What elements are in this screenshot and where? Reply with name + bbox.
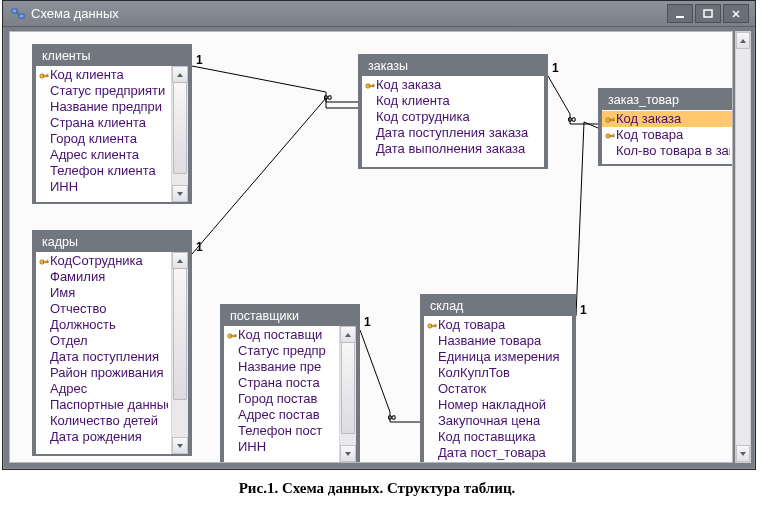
table-кадры[interactable]: кадрыКодСотрудникаФамилияИмяОтчествоДолж… — [32, 230, 192, 456]
field-row[interactable]: Дата поступления заказа — [362, 125, 544, 141]
field-label: Страна поста — [238, 375, 336, 391]
field-row[interactable]: Код поставщика — [424, 429, 572, 445]
table-header[interactable]: заказы — [362, 58, 544, 76]
field-row[interactable]: Количество детей — [36, 413, 172, 429]
scroll-up-button[interactable] — [172, 252, 188, 269]
scroll-up-button[interactable] — [736, 32, 750, 49]
primary-key-icon — [227, 330, 237, 340]
field-row[interactable]: Должность — [36, 317, 172, 333]
field-row[interactable]: Отчество — [36, 301, 172, 317]
field-row[interactable]: Страна поста — [224, 375, 340, 391]
field-row[interactable]: Дата рождения — [36, 429, 172, 445]
field-row[interactable]: Имя — [36, 285, 172, 301]
field-label: Закупочная цена — [438, 413, 568, 429]
field-label: ИНН — [238, 439, 336, 455]
field-row[interactable]: Название товара — [424, 333, 572, 349]
field-label: Единица измерения — [438, 349, 568, 365]
diagram-canvas[interactable]: 1 ∞ 1 1 ∞ 1 1 ∞ клиентыКод клиентаСтатус… — [9, 31, 733, 463]
field-row[interactable]: Код товара — [602, 127, 733, 143]
field-row[interactable]: Дата поступления — [36, 349, 172, 365]
field-row[interactable]: Адрес — [36, 381, 172, 397]
field-row[interactable]: Город клиента — [36, 131, 172, 147]
table-header[interactable]: заказ_товар — [602, 92, 733, 110]
field-row[interactable]: Код заказа — [362, 77, 544, 93]
field-row[interactable]: Название пре — [224, 359, 340, 375]
scroll-thumb[interactable] — [173, 82, 187, 174]
field-row[interactable]: Закупочная цена — [424, 413, 572, 429]
scroll-down-button[interactable] — [172, 185, 188, 202]
field-row[interactable]: Адрес постав — [224, 407, 340, 423]
min-button[interactable] — [667, 4, 693, 23]
field-row[interactable]: Номер накладной — [424, 397, 572, 413]
field-row[interactable]: Статус предприяти — [36, 83, 172, 99]
field-label: Код заказа — [616, 111, 730, 127]
table-header[interactable]: клиенты — [36, 48, 188, 66]
field-row[interactable]: Паспортные данные — [36, 397, 172, 413]
field-label: Код товара — [438, 317, 568, 333]
svg-rect-17 — [47, 74, 48, 77]
canvas-scrollbar[interactable] — [735, 31, 751, 463]
field-label: Дата рождения — [50, 429, 168, 445]
field-label: Дата выполнения заказа — [376, 141, 540, 157]
field-row[interactable]: Страна клиента — [36, 115, 172, 131]
field-label: Паспортные данные — [50, 397, 168, 413]
field-row[interactable]: Код сотрудника — [362, 109, 544, 125]
scroll-up-button[interactable] — [340, 326, 356, 343]
field-row[interactable]: КодСотрудника — [36, 253, 172, 269]
scroll-down-button[interactable] — [172, 437, 188, 454]
table-header[interactable]: склад — [424, 298, 572, 316]
table-клиенты[interactable]: клиентыКод клиентаСтатус предприятиНазва… — [32, 44, 192, 204]
field-row[interactable]: Код клиента — [362, 93, 544, 109]
field-row[interactable]: Фамилия — [36, 269, 172, 285]
table-scrollbar[interactable] — [171, 252, 188, 454]
table-body: Код заказаКод товараКол-во товара в зак — [602, 110, 733, 164]
scroll-thumb[interactable] — [173, 268, 187, 400]
field-row[interactable]: Дата выполнения заказа — [362, 141, 544, 157]
field-row[interactable]: Код заказа — [602, 111, 733, 127]
field-row[interactable]: Единица измерения — [424, 349, 572, 365]
figure-caption: Рис.1. Схема данных. Структура таблиц. — [0, 480, 754, 497]
scroll-thumb[interactable] — [341, 342, 355, 434]
svg-text:∞: ∞ — [385, 410, 399, 424]
field-row[interactable]: ИНН — [36, 179, 172, 195]
table-склад[interactable]: складКод товараНазвание товараЕдиница из… — [420, 294, 576, 463]
scroll-up-button[interactable] — [172, 66, 188, 83]
field-label: Кол-во товара в зак — [616, 143, 730, 159]
field-row[interactable]: Район проживания — [36, 365, 172, 381]
svg-rect-1 — [19, 14, 24, 18]
field-row[interactable]: ИНН — [224, 439, 340, 455]
field-row[interactable]: Код поставщи — [224, 327, 340, 343]
svg-rect-28 — [613, 134, 614, 137]
table-scrollbar[interactable] — [171, 66, 188, 202]
field-row[interactable]: Адрес клиента — [36, 147, 172, 163]
table-заказы[interactable]: заказыКод заказаКод клиентаКод сотрудник… — [358, 54, 548, 169]
scroll-down-button[interactable] — [736, 445, 750, 462]
relationships-window: Схема данных 1 ∞ 1 — [2, 0, 756, 470]
field-row[interactable]: Телефон пост — [224, 423, 340, 439]
field-row[interactable]: Остаток — [424, 381, 572, 397]
field-row[interactable]: Дата пост_товара — [424, 445, 572, 461]
scroll-down-button[interactable] — [340, 445, 356, 462]
primary-key-icon — [365, 80, 375, 90]
field-label: Код клиента — [376, 93, 540, 109]
table-поставщики[interactable]: поставщикиКод поставщиСтатус предпрНазва… — [220, 304, 360, 463]
primary-key-icon — [605, 130, 615, 140]
table-header[interactable]: поставщики — [224, 308, 356, 326]
max-button[interactable] — [695, 4, 721, 23]
field-row[interactable]: Отдел — [36, 333, 172, 349]
field-row[interactable]: Город постав — [224, 391, 340, 407]
field-row[interactable]: Телефон клиента — [36, 163, 172, 179]
table-header[interactable]: кадры — [36, 234, 188, 252]
field-label: Название предпри — [50, 99, 168, 115]
svg-marker-18 — [177, 73, 183, 77]
window-titlebar[interactable]: Схема данных — [3, 1, 755, 27]
field-row[interactable]: Код клиента — [36, 67, 172, 83]
field-row[interactable]: Название предпри — [36, 99, 172, 115]
table-заказ_товар[interactable]: заказ_товарКод заказаКод товараКол-во то… — [598, 88, 733, 166]
field-row[interactable]: Кол-во товара в зак — [602, 143, 733, 159]
table-scrollbar[interactable] — [339, 326, 356, 462]
field-row[interactable]: Код товара — [424, 317, 572, 333]
close-button[interactable] — [723, 4, 749, 23]
field-row[interactable]: КолКуплТов — [424, 365, 572, 381]
field-row[interactable]: Статус предпр — [224, 343, 340, 359]
